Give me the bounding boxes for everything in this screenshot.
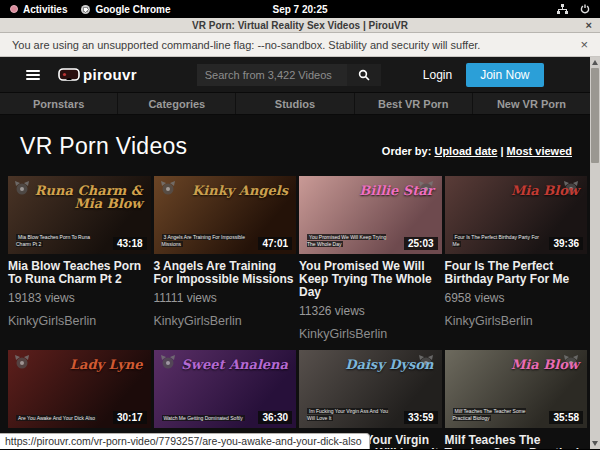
network-icon[interactable] [557, 4, 568, 14]
video-title[interactable]: Milf Teaches The Teacher Some Practical … [445, 434, 588, 449]
video-thumbnail[interactable]: Runa Charm & Mia Blow Mia Blow Teaches P… [8, 176, 151, 254]
duration-badge: 39:36 [549, 237, 583, 250]
duration-badge: 35:58 [549, 411, 583, 424]
video-thumbnail[interactable]: Sweet Analena Watch Me Getting Dominated… [154, 350, 297, 428]
studio-logo-icon [160, 181, 176, 195]
duration-badge: 36:30 [258, 411, 292, 424]
performer-name-overlay: Mia Blow [511, 358, 579, 371]
duration-badge: 30:17 [113, 411, 147, 424]
login-link[interactable]: Login [423, 68, 452, 82]
studio-link[interactable]: KinkyGirlsBerlin [445, 314, 588, 328]
activities-button[interactable]: Activities [10, 4, 67, 15]
logo-text: pirouvr [83, 66, 137, 83]
order-by-label: Order by: [382, 145, 432, 157]
performer-name-overlay: Runa Charm & Mia Blow [29, 184, 143, 210]
menu-item-new-vr-porn[interactable]: New VR Porn [473, 93, 590, 114]
video-card: Billie Star You Promised We Will Keep Tr… [299, 176, 442, 341]
app-menu-button[interactable]: Google Chrome [81, 4, 170, 15]
activities-icon [10, 5, 18, 13]
performer-name-overlay: Kinky Angels [192, 184, 288, 197]
order-most-viewed-link[interactable]: Most viewed [507, 145, 572, 157]
thumbnail-caption: Milf Teaches The Teacher Some Practical … [453, 408, 541, 422]
video-views: 6958 views [445, 291, 588, 305]
video-views: 11111 views [154, 291, 297, 305]
search-bar [197, 64, 381, 86]
video-thumbnail[interactable]: Kinky Angels 3 Angels Are Training For I… [154, 176, 297, 254]
studio-link[interactable]: KinkyGirlsBerlin [299, 327, 442, 341]
studio-logo-icon [160, 355, 176, 369]
video-card: Mia Blow Milf Teaches The Teacher Some P… [445, 350, 588, 449]
video-thumbnail[interactable]: Mia Blow Milf Teaches The Teacher Some P… [445, 350, 588, 428]
scrollbar-thumb[interactable] [591, 68, 599, 163]
thumbnail-caption: You Promised We Will Keep Trying The Who… [307, 234, 395, 248]
window-close-icon[interactable]: × [586, 18, 592, 33]
studio-link[interactable]: KinkyGirlsBerlin [154, 314, 297, 328]
video-card: Runa Charm & Mia Blow Mia Blow Teaches P… [8, 176, 151, 341]
thumbnail-caption: Are You Awake And Your Dick Also [16, 415, 97, 422]
scrollbar[interactable] [590, 57, 600, 449]
performer-name-overlay: Billie Star [359, 184, 433, 197]
scroll-down-icon[interactable] [592, 441, 598, 446]
window-title: VR Porn: Virtual Reality Sex Videos | Pi… [192, 20, 408, 31]
video-card: Mia Blow Four Is The Perfect Birthday Pa… [445, 176, 588, 341]
scroll-up-icon[interactable] [592, 60, 598, 65]
menu-item-studios[interactable]: Studios [236, 93, 354, 114]
video-grid: Runa Charm & Mia Blow Mia Blow Teaches P… [0, 176, 590, 449]
search-input[interactable] [197, 64, 347, 86]
duration-badge: 25:03 [404, 237, 438, 250]
video-title[interactable]: You Promised We Will Keep Trying The Who… [299, 260, 442, 299]
thumbnail-caption: Four Is The Perfect Birthday Party For M… [453, 234, 541, 248]
site-header: pirouvr Login Join Now [0, 57, 590, 92]
activities-label: Activities [23, 4, 67, 15]
infobar-message: You are using an unsupported command-lin… [12, 39, 480, 51]
chrome-icon [81, 5, 90, 14]
video-title[interactable]: 3 Angels Are Training For Impossible Mis… [154, 260, 297, 286]
browser-viewport: pirouvr Login Join Now PornstarsCategori… [0, 57, 600, 449]
thumbnail-caption: 3 Angels Are Training For Impossible Mis… [162, 234, 250, 248]
infobar: You are using an unsupported command-lin… [0, 33, 600, 57]
duration-badge: 43:18 [113, 237, 147, 250]
menu-item-best-vr-porn[interactable]: Best VR Porn [355, 93, 473, 114]
video-views: 19183 views [8, 291, 151, 305]
thumbnail-caption: Im Fucking Your Virgin Ass And You Will … [307, 408, 395, 422]
power-icon[interactable] [580, 4, 590, 14]
order-by: Order by: Upload date | Most viewed [382, 145, 572, 160]
infobar-close-icon[interactable]: × [580, 37, 588, 52]
performer-name-overlay: Mia Blow [511, 184, 579, 197]
vr-goggles-icon [58, 68, 80, 81]
video-title[interactable]: Four Is The Perfect Birthday Party For M… [445, 260, 588, 286]
page: pirouvr Login Join Now PornstarsCategori… [0, 57, 590, 449]
heading-row: VR Porn Videos Order by: Upload date | M… [0, 115, 590, 176]
duration-badge: 33:59 [404, 411, 438, 424]
window-titlebar: VR Porn: Virtual Reality Sex Videos | Pi… [0, 18, 600, 33]
system-top-bar: Activities Google Chrome Sep 7 20:25 [0, 0, 600, 18]
performer-name-overlay: Sweet Analena [181, 358, 288, 371]
video-views: 11326 views [299, 304, 442, 318]
site-logo[interactable]: pirouvr [58, 66, 137, 83]
video-thumbnail[interactable]: Lady Lyne Are You Awake And Your Dick Al… [8, 350, 151, 428]
studio-logo-icon [14, 355, 30, 369]
thumbnail-caption: Mia Blow Teaches Porn To Runa Charm Pt 2 [16, 234, 104, 248]
app-menu-label: Google Chrome [95, 4, 170, 15]
order-upload-date-link[interactable]: Upload date [434, 145, 497, 157]
studio-link[interactable]: KinkyGirlsBerlin [8, 314, 151, 328]
video-thumbnail[interactable]: Mia Blow Four Is The Perfect Birthday Pa… [445, 176, 588, 254]
search-icon [358, 69, 370, 81]
video-thumbnail[interactable]: Daisy Dyson Im Fucking Your Virgin Ass A… [299, 350, 442, 428]
duration-badge: 47:01 [258, 237, 292, 250]
search-button[interactable] [347, 64, 381, 86]
menu-item-categories[interactable]: Categories [118, 93, 236, 114]
video-title[interactable]: Mia Blow Teaches Porn To Runa Charm Pt 2 [8, 260, 151, 286]
join-now-button[interactable]: Join Now [466, 63, 543, 87]
main-menu: PornstarsCategoriesStudiosBest VR PornNe… [0, 92, 590, 115]
performer-name-overlay: Lady Lyne [70, 358, 143, 371]
hamburger-menu-icon[interactable] [26, 70, 40, 80]
page-title: VR Porn Videos [20, 133, 187, 160]
order-separator: | [500, 145, 503, 157]
status-url-popup: https://pirouvr.com/vr-porn-video/779325… [0, 433, 370, 449]
clock[interactable]: Sep 7 20:25 [272, 4, 327, 15]
video-thumbnail[interactable]: Billie Star You Promised We Will Keep Tr… [299, 176, 442, 254]
menu-item-pornstars[interactable]: Pornstars [0, 93, 118, 114]
thumbnail-caption: Watch Me Getting Dominated Softly [162, 415, 245, 422]
video-card: Kinky Angels 3 Angels Are Training For I… [154, 176, 297, 341]
